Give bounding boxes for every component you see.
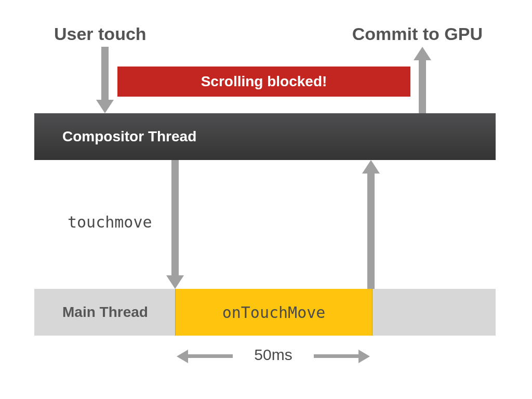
measure-arrow-right (314, 354, 360, 358)
arrow-compositor-to-gpu (419, 59, 426, 113)
label-commit-gpu: Commit to GPU (352, 24, 483, 44)
label-touchmove-event: touchmove (68, 213, 152, 231)
label-compositor-thread: Compositor Thread (62, 128, 196, 145)
label-user-touch: User touch (54, 24, 147, 44)
arrow-user-to-compositor (101, 47, 109, 101)
arrow-touchmove-down (171, 160, 179, 276)
measure-arrow-left (187, 354, 233, 358)
label-duration-50ms: 50ms (240, 346, 307, 364)
task-on-touchmove: onTouchMove (175, 289, 373, 336)
label-main-thread: Main Thread (62, 304, 148, 321)
banner-scrolling-blocked: Scrolling blocked! (117, 66, 410, 97)
arrow-return-up (367, 172, 375, 289)
label-on-touchmove: onTouchMove (222, 303, 326, 322)
diagram-root: User touch Commit to GPU Scrolling block… (0, 0, 532, 399)
bar-compositor-thread: Compositor Thread (34, 113, 496, 160)
